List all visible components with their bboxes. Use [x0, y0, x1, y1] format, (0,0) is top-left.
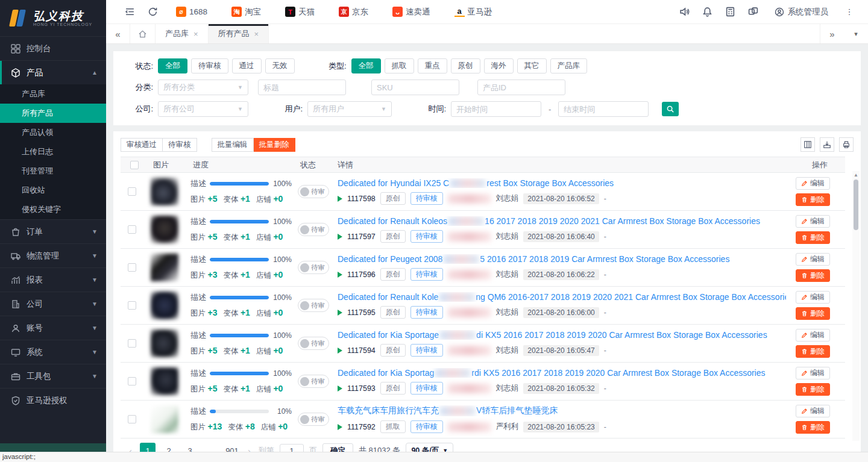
play-icon[interactable]: [338, 386, 342, 392]
tabs-scroll-left-button[interactable]: «: [106, 24, 130, 43]
marketplace-link-1688[interactable]: ⌀ 1688: [165, 7, 218, 17]
status-toggle[interactable]: 待审: [298, 337, 329, 350]
tabs-menu-button[interactable]: ▾: [844, 24, 868, 43]
page-button-2[interactable]: 2: [161, 443, 177, 452]
product-title-link[interactable]: Dedicated for Renault Koleos 16 2017 201…: [338, 216, 786, 226]
product-title-link[interactable]: Dedicated for Kia Sportag rdi KX5 2016 2…: [338, 368, 786, 378]
delete-button[interactable]: 删除: [796, 383, 830, 396]
marketplace-link-taobao[interactable]: 淘 淘宝: [221, 7, 272, 17]
play-icon[interactable]: [338, 196, 342, 202]
marketplace-link-amazon[interactable]: a 亚马逊: [444, 7, 503, 17]
sidebar-item-product[interactable]: 产品 ▲: [0, 60, 106, 84]
refresh-button[interactable]: [142, 2, 163, 22]
notifications-button[interactable]: [697, 2, 718, 22]
tab-product-library[interactable]: 产品库 ×: [156, 24, 209, 43]
status-filter-all[interactable]: 全部: [158, 58, 187, 73]
sidebar-item-reports[interactable]: 报表 ▼: [0, 267, 106, 292]
status-filter-pending[interactable]: 待审核: [191, 58, 228, 73]
product-id-input[interactable]: [477, 80, 565, 95]
sidebar-item-product-claim[interactable]: 产品认领: [0, 123, 106, 142]
scrollbar-up-icon[interactable]: ▲: [854, 172, 858, 178]
sidebar-item-dashboard[interactable]: 控制台: [0, 36, 106, 60]
type-filter-scraped[interactable]: 抓取: [385, 58, 414, 73]
company-select[interactable]: 所有公司 ▼: [158, 101, 248, 117]
delete-button[interactable]: 删除: [796, 345, 830, 358]
export-button[interactable]: [820, 137, 834, 152]
logo[interactable]: 弘义科技 HONG YI TECHNOLOGY: [0, 0, 106, 36]
type-filter-key[interactable]: 重点: [418, 58, 447, 73]
play-icon[interactable]: [338, 272, 342, 278]
edit-button[interactable]: 编辑: [796, 405, 830, 417]
calculator-button[interactable]: [720, 2, 741, 22]
row-checkbox[interactable]: [128, 339, 136, 348]
sidebar-item-company[interactable]: 公司 ▼: [0, 292, 106, 316]
page-button-1[interactable]: 1: [140, 443, 156, 452]
product-title-link[interactable]: Dedicated for Peugeot 2008 5 2016 2017 2…: [338, 254, 786, 264]
page-button-last[interactable]: 901: [224, 443, 240, 452]
product-image[interactable]: [151, 254, 178, 281]
select-all-checkbox[interactable]: [130, 161, 139, 169]
category-select[interactable]: 所有分类 ▼: [158, 80, 248, 95]
sidebar-item-toolbox[interactable]: 工具包 ▼: [0, 364, 106, 388]
product-image[interactable]: [151, 367, 178, 395]
marketplace-link-jd[interactable]: 京 京东: [328, 7, 379, 17]
goto-page-input[interactable]: [280, 444, 304, 452]
print-button[interactable]: [839, 137, 854, 152]
status-filter-approved[interactable]: 通过: [232, 58, 262, 73]
sku-input[interactable]: [371, 80, 459, 95]
tab-home[interactable]: [130, 24, 156, 43]
edit-button[interactable]: 编辑: [796, 177, 830, 190]
sidebar-item-infringing-keywords[interactable]: 侵权关键字: [0, 200, 106, 219]
sidebar-item-logistics[interactable]: 物流管理 ▼: [0, 243, 106, 267]
more-menu-button[interactable]: ⋮: [839, 2, 860, 22]
start-time-input[interactable]: [451, 101, 541, 117]
goto-confirm-button[interactable]: 确定: [322, 443, 353, 452]
product-title-link[interactable]: 车载充气床车用旅行汽车充 V轿车后排气垫睡觉床: [338, 405, 786, 416]
type-filter-overseas[interactable]: 海外: [484, 58, 514, 73]
sidebar-item-upload-log[interactable]: 上传日志: [0, 142, 106, 161]
status-toggle[interactable]: 待审: [298, 261, 329, 274]
product-image[interactable]: [151, 216, 178, 243]
sidebar-item-product-library[interactable]: 产品库: [0, 84, 106, 104]
sidebar-item-recycle-bin[interactable]: 回收站: [0, 181, 106, 200]
sidebar-item-amazon-auth[interactable]: 亚马逊授权: [0, 388, 106, 412]
status-toggle[interactable]: 待审: [298, 223, 329, 236]
type-filter-all[interactable]: 全部: [351, 58, 381, 73]
type-filter-library[interactable]: 产品库: [550, 58, 588, 73]
tab-all-products[interactable]: 所有产品 ×: [209, 24, 269, 43]
batch-edit-button[interactable]: 批量编辑: [212, 138, 254, 152]
title-input[interactable]: [258, 80, 346, 95]
user-select[interactable]: 所有用户 ▼: [307, 101, 392, 117]
batch-delete-button[interactable]: 批量删除: [254, 138, 295, 152]
row-checkbox[interactable]: [128, 415, 136, 423]
type-filter-other[interactable]: 其它: [517, 58, 547, 73]
sidebar-item-all-products[interactable]: 所有产品: [0, 104, 106, 123]
column-settings-button[interactable]: [800, 137, 815, 152]
product-image[interactable]: [151, 405, 178, 433]
row-checkbox[interactable]: [128, 377, 136, 386]
product-image[interactable]: [151, 329, 178, 357]
product-title-link[interactable]: Dedicated for Hyundai IX25 C rest Box St…: [338, 178, 786, 188]
product-image[interactable]: [151, 178, 178, 205]
approve-button[interactable]: 审核通过: [121, 138, 163, 152]
status-toggle[interactable]: 待审: [298, 185, 329, 198]
row-checkbox[interactable]: [128, 301, 136, 310]
announcement-button[interactable]: [675, 2, 695, 22]
edit-button[interactable]: 编辑: [796, 367, 830, 379]
marketplace-link-aliexpress[interactable]: ᴗ 速卖通: [382, 7, 441, 17]
type-filter-original[interactable]: 原创: [451, 58, 480, 73]
edit-button[interactable]: 编辑: [796, 329, 830, 342]
sidebar-item-system[interactable]: 系统 ▼: [0, 340, 106, 364]
play-icon[interactable]: [338, 310, 342, 316]
close-icon[interactable]: ×: [254, 30, 259, 39]
product-title-link[interactable]: Dedicated for Renault Kole ng QM6 2016-2…: [338, 292, 786, 302]
tabs-scroll-right-button[interactable]: »: [820, 24, 844, 43]
sidebar-collapse-strip[interactable]: [0, 443, 106, 452]
set-pending-button[interactable]: 待审核: [163, 138, 197, 152]
sidebar-item-listing-manage[interactable]: 刊登管理: [0, 161, 106, 181]
play-icon[interactable]: [338, 424, 342, 430]
page-button-3[interactable]: 3: [182, 443, 198, 452]
delete-button[interactable]: 删除: [796, 421, 830, 434]
search-button[interactable]: [662, 102, 679, 116]
delete-button[interactable]: 删除: [796, 193, 830, 206]
